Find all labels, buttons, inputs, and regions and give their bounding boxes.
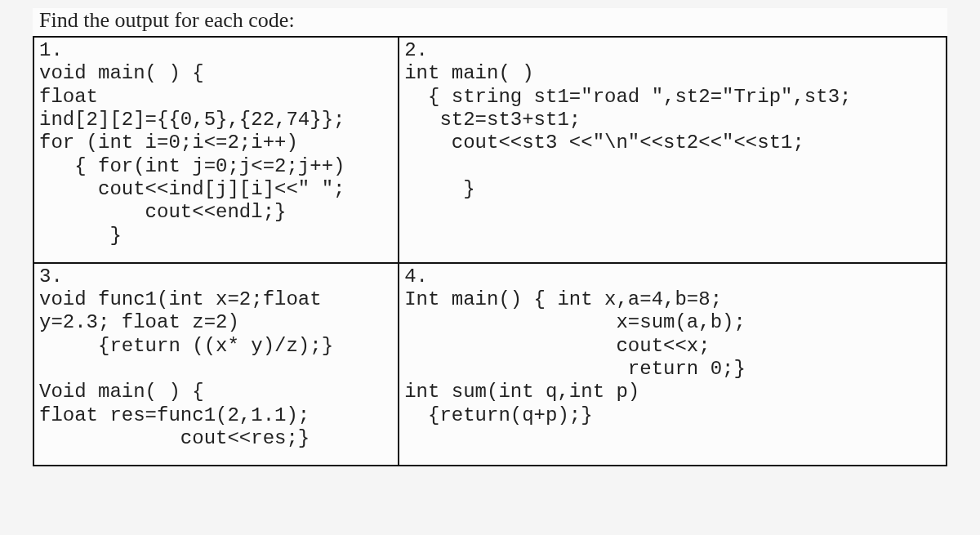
worksheet-title: Find the output for each code: <box>39 8 947 33</box>
code-cell-2: 2. int main( ) { string st1="road ",st2=… <box>399 37 947 263</box>
code-cell-3: 3. void func1(int x=2;float y=2.3; float… <box>33 263 399 466</box>
table-row: 3. void func1(int x=2;float y=2.3; float… <box>33 263 947 466</box>
worksheet-container: Find the output for each code: 1. void m… <box>33 8 947 466</box>
code-cell-4: 4. Int main() { int x,a=4,b=8; x=sum(a,b… <box>399 263 947 466</box>
code-cell-1: 1. void main( ) { float ind[2][2]={{0,5}… <box>33 37 399 263</box>
table-row: 1. void main( ) { float ind[2][2]={{0,5}… <box>33 37 947 263</box>
code-table: 1. void main( ) { float ind[2][2]={{0,5}… <box>33 36 947 466</box>
